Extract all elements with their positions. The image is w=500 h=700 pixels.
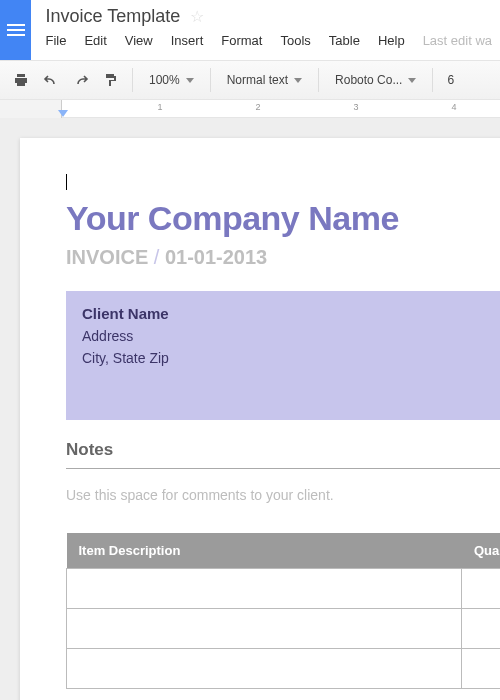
menu-format[interactable]: Format: [221, 33, 262, 48]
ruler-tick-label: 3: [353, 102, 358, 112]
toolbar-separator: [432, 68, 433, 92]
zoom-dropdown[interactable]: 100%: [141, 67, 202, 93]
table-row[interactable]: [67, 649, 501, 689]
table-row[interactable]: [67, 609, 501, 649]
star-icon[interactable]: ☆: [190, 7, 204, 26]
undo-button[interactable]: [38, 67, 64, 93]
font-family-dropdown[interactable]: Roboto Co...: [327, 67, 424, 93]
edit-status: Last edit wa: [423, 33, 492, 48]
toolbar-separator: [132, 68, 133, 92]
notes-heading[interactable]: Notes: [66, 440, 500, 460]
ruler-left-margin: [0, 100, 62, 118]
invoice-line[interactable]: INVOICE / 01-01-2013: [66, 246, 500, 269]
indent-marker[interactable]: [58, 110, 68, 117]
chevron-down-icon: [294, 78, 302, 83]
paint-format-button[interactable]: [98, 67, 124, 93]
ruler-tick-label: 2: [255, 102, 260, 112]
client-city-state-zip: City, State Zip: [82, 350, 500, 366]
app-menu-button[interactable]: [0, 0, 31, 60]
hamburger-icon: [7, 24, 25, 36]
menu-insert[interactable]: Insert: [171, 33, 204, 48]
menu-table[interactable]: Table: [329, 33, 360, 48]
redo-icon: [73, 72, 89, 88]
menu-help[interactable]: Help: [378, 33, 405, 48]
titlebar: Invoice Template ☆ File Edit View Insert…: [0, 0, 500, 60]
ruler-tick-label: 1: [157, 102, 162, 112]
menu-view[interactable]: View: [125, 33, 153, 48]
font-value: Roboto Co...: [335, 73, 402, 87]
table-header-row: Item Description Quanti: [67, 533, 501, 569]
ruler-tick-label: 4: [451, 102, 456, 112]
page[interactable]: Your Company Name INVOICE / 01-01-2013 C…: [20, 138, 500, 700]
horizontal-ruler[interactable]: 1 2 3 4: [0, 100, 500, 118]
font-size-value: 6: [447, 73, 454, 87]
col-quantity: Quanti: [462, 533, 500, 569]
title-area: Invoice Template ☆ File Edit View Insert…: [31, 0, 500, 48]
toolbar-separator: [210, 68, 211, 92]
text-cursor: [66, 174, 67, 190]
menu-tools[interactable]: Tools: [280, 33, 310, 48]
toolbar: 100% Normal text Roboto Co... 6: [0, 60, 500, 100]
toolbar-separator: [318, 68, 319, 92]
paint-roller-icon: [103, 72, 119, 88]
document-canvas[interactable]: Your Company Name INVOICE / 01-01-2013 C…: [0, 118, 500, 700]
invoice-date: 01-01-2013: [165, 246, 267, 268]
invoice-label: INVOICE: [66, 246, 148, 268]
client-address: Address: [82, 328, 500, 344]
print-icon: [13, 72, 29, 88]
company-name[interactable]: Your Company Name: [66, 199, 500, 238]
client-info-box[interactable]: Client Name Address City, State Zip: [66, 291, 500, 420]
invoice-slash: /: [154, 246, 160, 268]
table-row[interactable]: [67, 569, 501, 609]
zoom-value: 100%: [149, 73, 180, 87]
paragraph-style-dropdown[interactable]: Normal text: [219, 67, 310, 93]
font-size-dropdown[interactable]: 6: [441, 67, 460, 93]
style-value: Normal text: [227, 73, 288, 87]
undo-icon: [43, 72, 59, 88]
chevron-down-icon: [408, 78, 416, 83]
document-title[interactable]: Invoice Template: [45, 6, 180, 27]
redo-button[interactable]: [68, 67, 94, 93]
col-item-description: Item Description: [67, 533, 462, 569]
menu-file[interactable]: File: [45, 33, 66, 48]
print-button[interactable]: [8, 67, 34, 93]
menu-edit[interactable]: Edit: [84, 33, 106, 48]
menu-bar: File Edit View Insert Format Tools Table…: [45, 33, 492, 48]
notes-divider: [66, 468, 500, 469]
chevron-down-icon: [186, 78, 194, 83]
client-name: Client Name: [82, 305, 500, 322]
items-table[interactable]: Item Description Quanti: [66, 533, 500, 689]
notes-body[interactable]: Use this space for comments to your clie…: [66, 487, 500, 503]
